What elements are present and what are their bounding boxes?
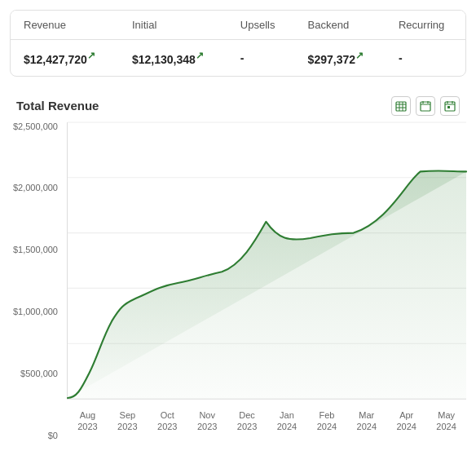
col-header-upsells: Upsells xyxy=(227,11,295,40)
calendar-grid-icon[interactable] xyxy=(391,96,411,116)
y-label-0: $0 xyxy=(10,431,63,440)
initial-arrow-icon: ↗ xyxy=(196,50,204,61)
col-header-recurring: Recurring xyxy=(386,11,465,40)
revenue-value: $12,427,720↗ xyxy=(11,40,119,76)
revenue-table: Revenue Initial Upsells Backend Recurrin… xyxy=(10,10,466,77)
x-label-dec2023: Dec2023 xyxy=(227,409,267,433)
backend-arrow-icon: ↗ xyxy=(355,50,364,61)
svg-rect-13 xyxy=(447,106,450,108)
svg-rect-0 xyxy=(396,102,406,111)
calendar-month-icon[interactable] xyxy=(416,96,435,116)
col-header-initial: Initial xyxy=(119,11,227,40)
chart-container: $0 $500,000 $1,000,000 $1,500,000 $2,000… xyxy=(10,122,466,440)
y-label-1_5m: $1,500,000 xyxy=(10,245,63,254)
col-header-backend: Backend xyxy=(295,11,386,40)
col-header-revenue: Revenue xyxy=(11,11,119,40)
x-label-aug2023: Aug2023 xyxy=(68,409,108,433)
x-label-feb2024: Feb2024 xyxy=(306,409,346,433)
chart-svg xyxy=(68,122,466,399)
recurring-value: - xyxy=(386,40,465,76)
x-label-oct2023: Oct2023 xyxy=(148,409,187,433)
backend-value: $297,372↗ xyxy=(295,40,386,76)
upsells-value: - xyxy=(227,40,295,76)
calendar-day-icon[interactable] xyxy=(440,96,460,116)
svg-rect-5 xyxy=(421,102,430,111)
y-label-2m: $2,000,000 xyxy=(10,183,63,192)
chart-icon-group xyxy=(391,96,460,116)
y-label-2_5m: $2,500,000 xyxy=(10,122,63,131)
x-label-nov2023: Nov2023 xyxy=(187,409,227,433)
initial-value: $12,130,348↗ xyxy=(119,40,227,76)
x-label-jan2024: Jan2024 xyxy=(267,409,307,433)
chart-section: Total Revenue xyxy=(10,93,466,444)
x-label-apr2024: Apr2024 xyxy=(386,409,426,433)
x-axis: Aug2023 Sep2023 Oct2023 Nov2023 Dec2023 … xyxy=(68,409,466,433)
chart-area: Aug2023 Sep2023 Oct2023 Nov2023 Dec2023 … xyxy=(67,122,466,400)
x-label-mar2024: Mar2024 xyxy=(346,409,386,433)
y-label-1m: $1,000,000 xyxy=(10,307,63,316)
revenue-arrow-icon: ↗ xyxy=(87,50,95,61)
chart-title: Total Revenue xyxy=(16,99,99,113)
y-axis: $0 $500,000 $1,000,000 $1,500,000 $2,000… xyxy=(10,122,63,440)
y-label-500k: $500,000 xyxy=(10,369,63,378)
x-label-may2024: May2024 xyxy=(426,409,466,433)
x-label-sep2023: Sep2023 xyxy=(108,409,148,433)
chart-header: Total Revenue xyxy=(10,96,466,116)
